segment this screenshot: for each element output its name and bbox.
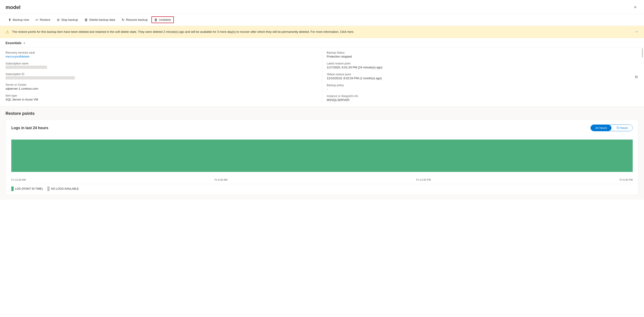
subscription-id-label: Subscription ID [6,73,308,76]
chart-legend: LOG (POINT IN TIME) NO LOGS AVAILABLE [11,184,633,191]
essentials-right-col: Backup Status Protection stopped Latest … [327,51,639,102]
subscription-id-field: Subscription ID [6,73,308,80]
legend-log: LOG (POINT IN TIME) [11,186,43,191]
backup-status-label: Backup Status [327,51,630,54]
restore-points-title: Restore points [6,111,638,116]
subscription-name-label: Subscription name [6,62,308,65]
essentials-body: Recovery services vault mercurysoftdelet… [0,47,644,107]
backup-status-value: Protection stopped [327,55,630,58]
delete-icon: 🗑 [84,18,88,22]
stop-icon: ⊘ [57,18,60,22]
chart-title: Logs in last 24 hours [11,126,48,130]
recovery-vault-field: Recovery services vault mercurysoftdelet… [6,51,308,58]
backup-policy-value: - [327,87,630,91]
scroll-thumb [642,48,643,58]
legend-no-logs: NO LOGS AVAILABLE [47,186,79,191]
server-cluster-value: sqlserver-1.contoso.com [6,87,308,90]
time-toggle: 24 hours 72 hours [590,125,633,131]
essentials-divider [322,51,322,102]
instance-label: Instance or AlwaysOn AG [327,95,630,98]
recovery-vault-value[interactable]: mercurysoftdelete [6,55,308,58]
undelete-button[interactable]: 🗑 Undelete [152,17,174,23]
chart-bar [11,140,633,172]
main-window: model × ⬆ Backup now ↩ Restore ⊘ Stop ba… [0,0,644,317]
warning-banner: ⚠ The restore points for this backup ite… [0,26,644,38]
window-title: model [6,5,20,11]
restore-points-section: Restore points Logs in last 24 hours 24 … [0,107,644,200]
server-cluster-label: Server or Cluster [6,83,308,86]
oldest-restore-field: Oldest restore point 12/10/2019, 8:02:54… [327,73,630,80]
backup-icon: ⬆ [8,18,11,22]
latest-restore-field: Latest restore point 1/17/2020, 6:01:34 … [327,62,630,69]
copy-button[interactable]: ⧉ [634,74,638,80]
x-label-2: Fri 12:00 PM [416,178,431,181]
warning-icon: ⚠ [6,29,9,35]
x-label-0: Fri 12:00 AM [11,178,26,181]
latest-restore-value: 1/17/2020, 6:01:34 PM (24 minute(s) ago) [327,66,630,69]
toolbar: ⬆ Backup now ↩ Restore ⊘ Stop backup 🗑 D… [0,14,644,26]
restore-icon: ↩ [36,18,38,22]
item-type-label: Item type [6,94,308,97]
chart-x-labels: Fri 12:00 AM Fri 6:00 AM Fri 12:00 PM Fr… [11,178,633,181]
x-label-1: Fri 6:00 AM [214,178,227,181]
chart-area [11,135,633,177]
chart-header: Logs in last 24 hours 24 hours 72 hours [11,125,633,131]
instance-field: Instance or AlwaysOn AG MSSQLSERVER [327,95,630,102]
latest-restore-label: Latest restore point [327,62,630,65]
chart-container: Logs in last 24 hours 24 hours 72 hours … [6,120,638,195]
legend-log-color [11,186,14,191]
legend-no-logs-color [47,186,50,191]
recovery-vault-label: Recovery services vault [6,51,308,54]
72-hours-button[interactable]: 72 hours [612,125,632,131]
legend-no-logs-label: NO LOGS AVAILABLE [51,187,79,190]
oldest-restore-label: Oldest restore point [327,73,630,76]
backup-now-button[interactable]: ⬆ Backup now [6,17,32,23]
item-type-field: Item type SQL Server in Azure VM [6,94,308,101]
x-label-3: Fri 6:00 PM [620,178,633,181]
instance-value: MSSQLSERVER [327,98,630,102]
scroll-indicator [641,47,644,106]
subscription-name-value [6,66,47,69]
backup-policy-label: Backup policy [327,84,630,87]
subscription-id-value [6,76,75,80]
backup-policy-field: Backup policy - [327,84,630,91]
server-cluster-field: Server or Cluster sqlserver-1.contoso.co… [6,83,308,90]
stop-backup-button[interactable]: ⊘ Stop backup [54,17,80,23]
essentials-header[interactable]: Essentials ∧ [0,38,644,47]
restore-button[interactable]: ↩ Restore [33,17,53,23]
resume-icon: ↻ [122,18,125,22]
essentials-left-col: Recovery services vault mercurysoftdelet… [6,51,318,102]
24-hours-button[interactable]: 24 hours [591,125,612,131]
title-bar: model × [0,0,644,14]
oldest-restore-value: 12/10/2019, 8:02:54 PM (1 month(s) ago) [327,77,630,80]
essentials-title: Essentials [6,41,22,45]
undelete-icon: 🗑 [154,18,158,22]
close-button[interactable]: × [632,4,638,11]
backup-status-field: Backup Status Protection stopped [327,51,630,58]
subscription-name-field: Subscription name [6,62,308,69]
content-area: Essentials ∧ Recovery services vault mer… [0,38,644,317]
warning-arrow-icon[interactable]: → [634,29,638,34]
warning-text: The restore points for this backup item … [12,30,632,34]
delete-backup-data-button[interactable]: 🗑 Delete backup data [82,17,118,23]
item-type-value: SQL Server in Azure VM [6,98,308,101]
legend-log-label: LOG (POINT IN TIME) [15,187,43,190]
essentials-chevron-icon: ∧ [23,41,26,45]
resume-backup-button[interactable]: ↻ Resume backup [119,17,150,23]
